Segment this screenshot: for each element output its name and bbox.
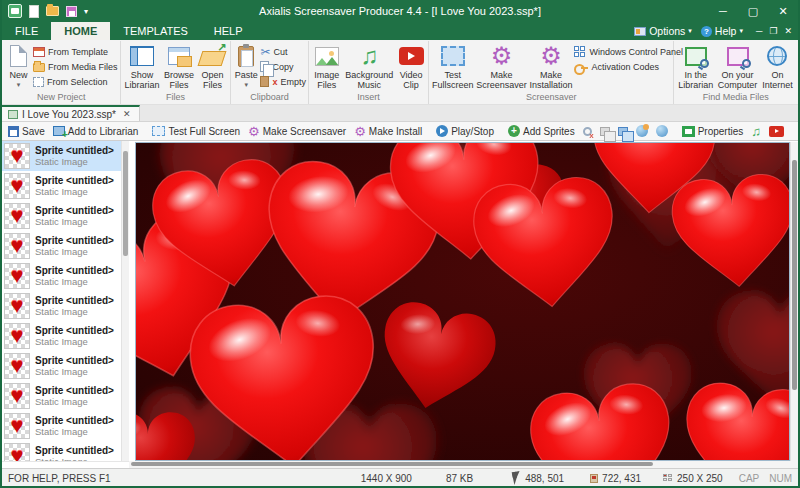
make-screensaver-button[interactable]: ⚙ Make Screensaver: [475, 42, 527, 90]
open-folder-icon[interactable]: [46, 6, 59, 16]
librarian-icon: [130, 46, 154, 66]
video-button[interactable]: [766, 123, 787, 140]
save-button[interactable]: Save: [5, 123, 48, 140]
from-media-files-button[interactable]: From Media Files: [33, 59, 118, 74]
tab-home[interactable]: HOME: [51, 22, 110, 40]
sprite-type: Static Image: [35, 216, 114, 227]
sprite-list-item[interactable]: ♥Sprite <untitled>Static Image: [2, 351, 121, 381]
sprite-list-item[interactable]: ♥Sprite <untitled>Static Image: [2, 441, 121, 461]
cut-button[interactable]: ✂ Cut: [260, 44, 306, 59]
test-full-screen-button[interactable]: Test Full Screen: [149, 123, 243, 140]
background-music-button[interactable]: ♫ Background Music: [343, 42, 395, 90]
new-button[interactable]: New ▾: [5, 42, 32, 90]
sprite-list-item[interactable]: ♥Sprite <untitled>Static Image: [2, 381, 121, 411]
sprite-group-button[interactable]: [615, 123, 631, 140]
ribbon-tab-bar: FILE HOME TEMPLATES HELP Options ▾ ? Hel…: [2, 22, 798, 40]
find-in-librarian-button[interactable]: In the Librarian: [676, 42, 715, 90]
preview-horizontal-scrollbar[interactable]: [129, 461, 798, 468]
windows-control-panel-button[interactable]: Windows Control Panel: [574, 44, 683, 59]
sprite-title: Sprite <untitled>: [35, 445, 114, 456]
gear-install-icon: ⚙: [540, 44, 562, 68]
sprite-order-button[interactable]: [597, 123, 613, 140]
video-clip-button[interactable]: Video Clip: [396, 42, 426, 90]
find-on-internet-button[interactable]: On Internet: [760, 42, 795, 90]
group-label-screensaver: Screensaver: [431, 91, 672, 104]
qat-dropdown-icon[interactable]: ▾: [84, 7, 88, 16]
remove-sprite-button[interactable]: [580, 123, 595, 140]
document-tab[interactable]: I Love You 2023.ssp* ✕: [2, 105, 140, 121]
properties-button[interactable]: Properties: [679, 123, 747, 140]
make-screensaver-button[interactable]: ⚙Make Screensaver: [245, 123, 349, 140]
copy-button[interactable]: Copy: [260, 59, 306, 74]
scrollbar-thumb[interactable]: [123, 151, 128, 256]
options-caret-icon: ▾: [688, 27, 692, 35]
sprite-title: Sprite <untitled>: [35, 295, 114, 306]
play-stop-button[interactable]: Play/Stop: [433, 123, 497, 140]
open-files-button[interactable]: Open Files: [197, 42, 228, 90]
from-selection-button[interactable]: From Selection: [33, 74, 118, 89]
help-icon: ?: [701, 26, 712, 37]
mdi-close-button[interactable]: ✕: [784, 26, 792, 36]
tab-file[interactable]: FILE: [2, 22, 51, 40]
tab-templates[interactable]: TEMPLATES: [110, 22, 201, 40]
save-icon[interactable]: [66, 6, 77, 17]
help-menu[interactable]: ? Help ▾: [701, 25, 743, 37]
paste-button[interactable]: Paste ▾: [233, 42, 259, 90]
scrollbar-thumb[interactable]: [792, 160, 797, 390]
options-menu[interactable]: Options ▾: [634, 25, 692, 37]
app-icon[interactable]: [8, 4, 22, 18]
new-document-icon[interactable]: [29, 5, 39, 18]
heart-thumbnail: ♥: [4, 323, 30, 349]
document-tab-bar: I Love You 2023.ssp* ✕: [2, 105, 798, 122]
make-installation-button[interactable]: ⚙ Make Installation: [528, 42, 573, 90]
add-sprites-button[interactable]: +Add Sprites: [505, 123, 578, 140]
sphere-button[interactable]: [653, 123, 671, 140]
sprite-type: Static Image: [35, 276, 114, 287]
sphere-effect-button[interactable]: [633, 123, 651, 140]
sprite-type: Static Image: [35, 426, 114, 437]
empty-button[interactable]: x Empty: [260, 74, 306, 89]
status-sprite-size: 250 X 250: [663, 473, 723, 484]
from-template-button[interactable]: From Template: [33, 44, 118, 59]
document-close-icon[interactable]: ✕: [123, 109, 131, 119]
sprite-list-item[interactable]: ♥Sprite <untitled>Static Image: [2, 261, 121, 291]
control-panel-icon: [574, 46, 586, 58]
find-on-computer-button[interactable]: On your Computer: [716, 42, 759, 90]
add-sprites-icon: +: [508, 125, 520, 137]
make-install-button[interactable]: ⚙Make Install: [351, 123, 425, 140]
preview-vertical-scrollbar[interactable]: [790, 142, 798, 461]
status-sprite-pos: 722, 431: [590, 473, 641, 484]
screensaver-preview[interactable]: [135, 142, 790, 461]
close-button[interactable]: ✕: [768, 0, 798, 22]
create-template-button[interactable]: Create Template: [795, 123, 800, 140]
mdi-restore-button[interactable]: ❐: [769, 26, 777, 36]
tab-help[interactable]: HELP: [201, 22, 256, 40]
minimize-button[interactable]: ─: [708, 0, 738, 22]
music-button[interactable]: ♫: [748, 123, 764, 140]
test-fullscreen-button[interactable]: Test Fullscreen: [431, 42, 475, 90]
heart-thumbnail: ♥: [4, 443, 30, 461]
status-help: FOR HELP, PRESS F1: [8, 473, 111, 484]
sprite-type: Static Image: [35, 306, 114, 317]
sprite-title: Sprite <untitled>: [35, 385, 114, 396]
help-caret-icon: ▾: [739, 27, 743, 35]
sprite-list-item[interactable]: ♥Sprite <untitled>Static Image: [2, 321, 121, 351]
image-files-button[interactable]: Image Files: [311, 42, 342, 90]
sprite-list-scrollbar[interactable]: [121, 141, 129, 461]
sprite-type: Static Image: [35, 396, 114, 407]
show-librarian-button[interactable]: Show Librarian: [123, 42, 162, 90]
activation-codes-button[interactable]: Activation Codes: [574, 59, 683, 74]
sprite-list-item[interactable]: ♥Sprite <untitled>Static Image: [2, 411, 121, 441]
sprite-list-item[interactable]: ♥Sprite <untitled>Static Image: [2, 201, 121, 231]
help-label: Help: [715, 25, 737, 37]
add-to-librarian-button[interactable]: Add to Librarian: [50, 123, 142, 140]
sprite-list-item[interactable]: ♥Sprite <untitled>Static Image: [2, 171, 121, 201]
maximize-button[interactable]: ▢: [738, 0, 768, 22]
scrollbar-thumb[interactable]: [131, 462, 653, 466]
sprite-list-item[interactable]: ♥Sprite <untitled>Static Image: [2, 141, 121, 171]
mdi-minimize-button[interactable]: ─: [756, 26, 762, 36]
window-title: Axialis Screensaver Producer 4.4 - [I Lo…: [2, 5, 798, 17]
sprite-list-item[interactable]: ♥Sprite <untitled>Static Image: [2, 231, 121, 261]
sprite-list-item[interactable]: ♥Sprite <untitled>Static Image: [2, 291, 121, 321]
browse-files-button[interactable]: Browse Files: [162, 42, 195, 90]
